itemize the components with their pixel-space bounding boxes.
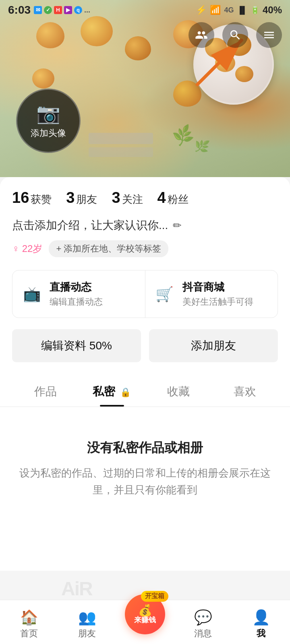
friends-button[interactable]: [188, 22, 214, 48]
status-time: 6:03: [8, 4, 31, 17]
notification-icons: ✉ ✓ H ▶ q ...: [34, 6, 90, 14]
edit-profile-button[interactable]: 编辑资料 50%: [12, 329, 141, 362]
tags-row: ♀ 22岁 + 添加所在地、学校等标签: [12, 240, 278, 257]
header-icons: [188, 22, 282, 48]
stat-followers[interactable]: 4 粉丝: [157, 189, 188, 206]
home-label: 首页: [20, 627, 38, 640]
earn-label: 来赚钱: [134, 616, 156, 623]
battery-icon: 🔋: [251, 6, 259, 14]
action-row: 编辑资料 50% 添加朋友: [12, 329, 278, 362]
nav-messages[interactable]: 💬 消息: [174, 605, 232, 640]
livestream-texts: 直播动态 编辑直播动态: [50, 280, 103, 308]
profile-label: 我: [257, 627, 265, 640]
stat-following[interactable]: 3 关注: [112, 189, 143, 206]
bio-row[interactable]: 点击添加介绍，让大家认识你... ✏: [12, 218, 278, 233]
messages-label: 消息: [194, 627, 212, 640]
stat-likes-number: 16: [12, 189, 29, 206]
stat-followers-label: 粉丝: [168, 192, 188, 206]
bio-text: 点击添加介绍，让大家认识你...: [12, 218, 168, 233]
camera-icon: 📷: [36, 102, 60, 125]
fruit-decoration-2: [81, 16, 113, 46]
treasure-icon: 💰: [138, 605, 152, 616]
feature-row: 📺 直播动态 编辑直播动态 🛒 抖音商城 美好生活触手可得: [12, 270, 278, 318]
shop-texts: 抖音商城 美好生活触手可得: [182, 280, 253, 308]
wifi-icon: 📶: [210, 5, 221, 15]
leaves-decoration-2: 🌿: [193, 138, 211, 154]
gender-tag: ♀ 22岁: [12, 242, 42, 255]
stats-row: 16 获赞 3 朋友 3 关注 4 粉丝: [12, 189, 278, 206]
livestream-card[interactable]: 📺 直播动态 编辑直播动态: [12, 270, 145, 318]
tab-private[interactable]: 私密 🔒: [79, 375, 145, 407]
livestream-icon: 📺: [21, 283, 43, 305]
stat-following-number: 3: [112, 189, 120, 206]
tab-works[interactable]: 作品: [12, 375, 79, 407]
nav-home[interactable]: 🏠 首页: [0, 605, 58, 640]
friends-icon: [195, 29, 208, 41]
friends-nav-icon: 👥: [78, 609, 96, 626]
earn-button[interactable]: 💰 来赚钱 开宝箱: [125, 594, 165, 634]
nav-friends[interactable]: 👥 朋友: [58, 605, 116, 640]
battery-level: 40%: [263, 4, 282, 16]
status-right: ⚡ 📶 4G ▐▌ 🔋 40%: [196, 4, 282, 16]
tab-likes[interactable]: 喜欢: [211, 375, 278, 407]
tab-favorites[interactable]: 收藏: [145, 375, 211, 407]
nav-earn[interactable]: 💰 来赚钱 开宝箱: [116, 602, 174, 642]
nav-profile[interactable]: 👤 我: [232, 605, 290, 640]
menu-icon: [263, 29, 276, 41]
bluetooth-icon: ⚡: [196, 5, 207, 15]
stat-followers-number: 4: [157, 189, 166, 206]
search-icon: [229, 29, 242, 41]
livestream-title: 直播动态: [50, 280, 103, 294]
stat-friends-number: 3: [66, 189, 75, 206]
add-avatar-label: 添加头像: [31, 127, 66, 139]
userid-blurred: [89, 147, 153, 157]
stat-likes[interactable]: 16 获赞: [12, 189, 52, 206]
lock-icon: 🔒: [120, 387, 131, 397]
fruit-decoration-1: [36, 22, 64, 48]
username-area: [89, 133, 153, 157]
edit-bio-icon[interactable]: ✏: [173, 219, 182, 232]
menu-button[interactable]: [256, 22, 282, 48]
search-button[interactable]: [222, 22, 248, 48]
stat-friends[interactable]: 3 朋友: [66, 189, 97, 206]
home-icon: 🏠: [20, 609, 38, 626]
open-box-badge: 开宝箱: [141, 591, 168, 602]
page-content: 没有私密作品或相册 设为私密的作品、过期的日常和上传的相册会展示在这里，并且只有…: [0, 407, 290, 571]
shop-icon: 🛒: [153, 283, 176, 305]
status-left: 6:03 ✉ ✓ H ▶ q ...: [8, 4, 90, 17]
username-blurred: [89, 133, 153, 144]
shop-subtitle: 美好生活触手可得: [182, 296, 253, 308]
avatar-area[interactable]: 📷 添加头像: [16, 89, 81, 153]
air-watermark: AiR: [61, 578, 92, 600]
empty-state: 没有私密作品或相册 设为私密的作品、过期的日常和上传的相册会展示在这里，并且只有…: [0, 407, 290, 522]
signal-bars: ▐▌: [237, 6, 247, 14]
shop-card[interactable]: 🛒 抖音商城 美好生活触手可得: [145, 270, 278, 318]
fruit-decoration-6: [32, 68, 54, 89]
add-friend-button[interactable]: 添加朋友: [149, 329, 278, 362]
stat-friends-label: 朋友: [76, 192, 97, 206]
add-tag-button[interactable]: + 添加所在地、学校等标签: [49, 240, 168, 257]
messages-icon: 💬: [194, 609, 212, 626]
tabs-row: 作品 私密 🔒 收藏 喜欢: [0, 375, 290, 407]
signal-icon: 4G: [224, 6, 234, 14]
fruit-decoration-3: [125, 36, 151, 60]
bottom-nav: 🏠 首页 👥 朋友 💰 来赚钱 开宝箱 💬 消息 👤 我: [0, 600, 290, 644]
main-card: 16 获赞 3 朋友 3 关注 4 粉丝 点击添加介绍，让大家认识你... ✏ …: [0, 177, 290, 407]
profile-nav-icon: 👤: [252, 609, 270, 626]
shop-title: 抖音商城: [182, 280, 253, 294]
status-bar: 6:03 ✉ ✓ H ▶ q ... ⚡ 📶 4G ▐▌ 🔋 40%: [0, 0, 290, 20]
stat-likes-label: 获赞: [31, 192, 52, 206]
cover-area: 🌿 🌿: [0, 0, 290, 177]
stat-following-label: 关注: [122, 192, 143, 206]
livestream-subtitle: 编辑直播动态: [50, 296, 103, 308]
earn-inner: 💰 来赚钱: [134, 605, 156, 623]
empty-title: 没有私密作品或相册: [16, 439, 274, 457]
friends-label: 朋友: [78, 627, 96, 640]
empty-desc: 设为私密的作品、过期的日常和上传的相册会展示在这里，并且只有你能看到: [16, 465, 274, 498]
avatar-circle[interactable]: 📷 添加头像: [16, 89, 81, 153]
